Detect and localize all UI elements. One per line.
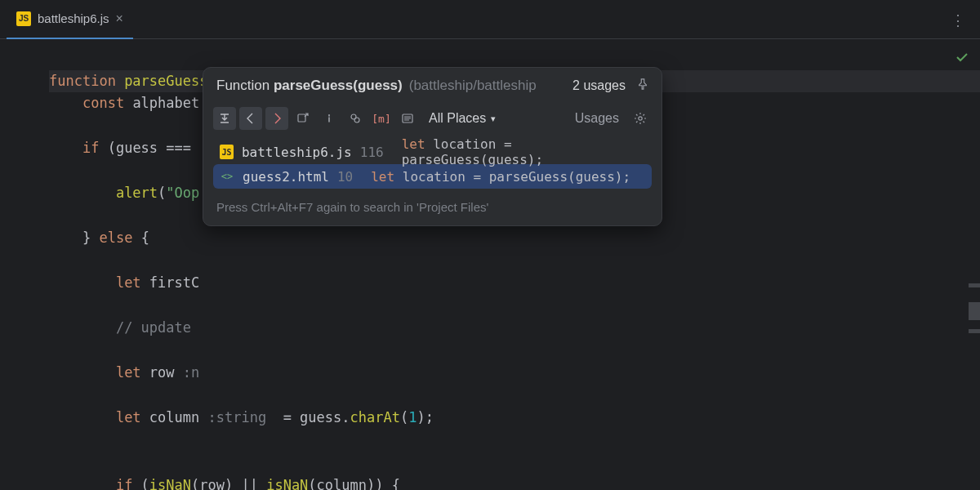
js-file-icon: JS — [16, 11, 31, 26]
scrollbar-mark[interactable] — [969, 283, 980, 287]
type-hint: :n — [183, 364, 199, 381]
keyword: else — [99, 229, 132, 246]
popup-hint: Press Ctrl+Alt+F7 again to search in 'Pr… — [203, 194, 662, 225]
usage-result-row[interactable]: <> guess2.html 10 let location = parseGu… — [213, 164, 652, 189]
svg-point-5 — [639, 117, 642, 120]
close-tab-icon[interactable]: × — [116, 11, 123, 26]
code-text: ( — [400, 409, 408, 425]
type-hint: :string — [208, 409, 267, 425]
next-occurrence-icon[interactable] — [265, 107, 288, 130]
code-text: ( — [132, 477, 149, 491]
usages-link[interactable]: Usages — [575, 111, 619, 126]
function-name: parseGuess — [116, 73, 208, 89]
code-text: } — [82, 229, 99, 246]
result-code: let location = parseGuess(guess); — [371, 169, 630, 185]
find-usages-popup: Function parseGuess(guess) (battleship/b… — [203, 67, 662, 226]
result-line-number: 10 — [337, 169, 353, 185]
prev-occurrence-icon[interactable] — [239, 107, 262, 130]
code-text: (guess === — [99, 140, 199, 156]
info-icon[interactable] — [318, 107, 341, 130]
svg-point-3 — [354, 118, 359, 122]
result-filename: guess2.html — [243, 169, 329, 185]
usage-result-row[interactable]: JS battleship6.js 116 let location = par… — [213, 140, 652, 164]
popup-title-signature: parseGuess(guess) — [274, 78, 403, 93]
js-file-icon: JS — [220, 145, 234, 159]
keyword: let — [116, 364, 141, 381]
html-file-icon: <> — [220, 169, 234, 184]
comment: // update — [116, 319, 191, 336]
editor-tab[interactable]: JS battleship6.js × — [7, 0, 133, 39]
result-filename: battleship6.js — [242, 145, 352, 160]
code-text: firstC — [141, 274, 200, 291]
module-icon[interactable]: [m] — [370, 107, 393, 130]
pin-icon[interactable] — [637, 78, 648, 93]
method: charAt — [350, 409, 400, 425]
keyword: function — [49, 73, 116, 89]
keyword: if — [116, 477, 132, 491]
result-line-number: 116 — [360, 145, 384, 160]
function-call: isNaN — [149, 477, 191, 491]
popup-toolbar: [m] All Places ▾ Usages — [203, 102, 662, 138]
code-text: (row) || — [191, 477, 266, 491]
keyword: const — [82, 95, 124, 111]
popup-title: Function parseGuess(guess) (battleship/b… — [216, 78, 569, 94]
number: 1 — [408, 409, 416, 425]
chevron-down-icon: ▾ — [491, 114, 496, 124]
scope-label: All Places — [429, 111, 486, 126]
code-text: ); — [416, 409, 433, 425]
gear-icon[interactable] — [629, 107, 652, 130]
function-call: alert — [116, 185, 158, 201]
popup-header: Function parseGuess(guess) (battleship/b… — [203, 68, 662, 102]
scope-dropdown[interactable]: All Places ▾ — [422, 111, 502, 126]
svg-point-1 — [328, 114, 330, 116]
code-text: = guess. — [266, 409, 350, 425]
tab-bar: JS battleship6.js × ⋮ — [0, 0, 980, 39]
more-menu-icon[interactable]: ⋮ — [951, 11, 965, 29]
scrollbar-mark[interactable] — [969, 329, 980, 333]
code-text: (column)) { — [308, 477, 400, 491]
popup-title-location: (battleship/battleship — [409, 78, 537, 94]
keyword: let — [116, 274, 141, 291]
result-code: let location = parseGuess(guess); — [402, 136, 645, 167]
new-window-icon[interactable] — [292, 107, 314, 130]
svg-rect-0 — [298, 114, 305, 122]
scrollbar-mark[interactable] — [969, 302, 980, 320]
popup-title-prefix: Function — [216, 78, 274, 93]
filter-icon[interactable] — [344, 107, 367, 130]
code-text: column — [141, 409, 208, 425]
usage-count: 2 usages — [572, 78, 626, 93]
open-in-tool-window-icon[interactable] — [213, 107, 236, 130]
list-icon[interactable] — [396, 107, 419, 130]
tab-filename: battleship6.js — [38, 11, 109, 25]
keyword: if — [82, 140, 99, 156]
keyword: let — [116, 409, 141, 425]
function-call: isNaN — [266, 477, 308, 491]
results-list: JS battleship6.js 116 let location = par… — [203, 138, 662, 194]
code-text: alphabet — [124, 95, 199, 111]
code-text: { — [132, 229, 149, 246]
code-text: row — [141, 364, 183, 381]
string: "Oop — [166, 185, 199, 201]
